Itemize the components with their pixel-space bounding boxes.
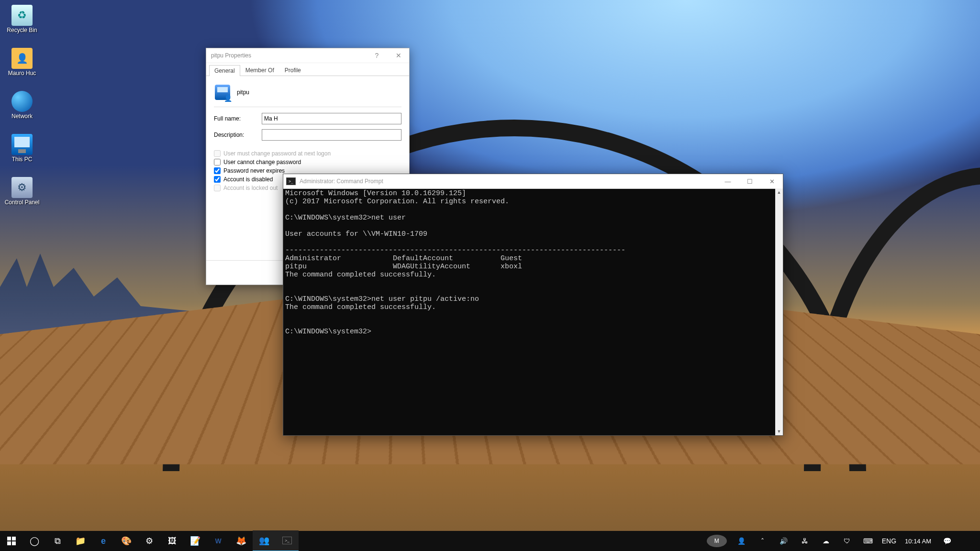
user-account-icon [215, 85, 230, 100]
check-password-never-expires[interactable]: Password never expires [214, 167, 401, 174]
taskbar-file-explorer[interactable]: 📁 [69, 531, 92, 551]
tray-keyboard-icon[interactable]: ⌨ [858, 531, 878, 551]
help-button[interactable]: ? [366, 48, 388, 63]
desktop-icon-label: Mauro Huc [8, 70, 36, 77]
tab-general[interactable]: General [209, 65, 240, 76]
start-button[interactable] [0, 531, 23, 551]
taskbar-local-users[interactable]: 👥 [253, 530, 276, 551]
tray-action-center-icon[interactable]: 💬 [937, 531, 957, 551]
description-input[interactable] [262, 129, 401, 141]
tray-user-icon[interactable]: M [707, 535, 727, 547]
taskbar-settings[interactable]: ⚙ [138, 531, 161, 551]
desktop-icons: Recycle Bin Mauro Huc Network This PC Co… [4, 5, 40, 206]
check-label: User cannot change password [223, 159, 301, 165]
user-folder-icon [11, 48, 33, 69]
taskbar[interactable]: ◯ ⧉ 📁 e 🎨 ⚙ 🖼 📝 W 🦊 👥 >_ M 👤 ˄ 🔊 🖧 ☁ 🛡 ⌨… [0, 531, 980, 551]
description-label: Description: [214, 132, 262, 138]
checkbox-account-locked-out [214, 185, 221, 191]
desktop-icon-user-folder[interactable]: Mauro Huc [4, 48, 40, 77]
command-prompt-icon [286, 177, 296, 185]
tray-onedrive-icon[interactable]: ☁ [816, 531, 836, 551]
taskbar-command-prompt[interactable]: >_ [276, 530, 299, 551]
control-panel-icon [11, 177, 33, 198]
show-desktop-button[interactable] [958, 531, 978, 551]
tray-people-icon[interactable]: 👤 [732, 531, 752, 551]
checkbox-password-never-expires[interactable] [214, 167, 221, 174]
command-prompt-window[interactable]: Administrator: Command Prompt — ☐ ✕ Micr… [283, 174, 783, 436]
taskbar-firefox[interactable]: 🦊 [230, 531, 253, 551]
this-pc-icon [11, 134, 33, 155]
desktop-icon-label: This PC [12, 156, 33, 163]
system-tray: M 👤 ˄ 🔊 🖧 ☁ 🛡 ⌨ ENG 10:14 AM 💬 [707, 531, 980, 551]
dialog-titlebar[interactable]: pitpu Properties ? ✕ [206, 48, 409, 63]
taskbar-paint[interactable]: 🎨 [115, 531, 138, 551]
close-button[interactable]: ✕ [761, 174, 783, 188]
user-account-name: pitpu [237, 89, 249, 96]
desktop-icon-label: Recycle Bin [7, 27, 37, 33]
scrollbar[interactable]: ▲ ▼ [775, 188, 783, 435]
scroll-down-arrow[interactable]: ▼ [775, 428, 783, 435]
windows-logo-icon [7, 537, 16, 545]
check-label: Account is locked out [223, 185, 278, 191]
tray-clock[interactable]: 10:14 AM [900, 538, 936, 545]
desktop-icon-recycle-bin[interactable]: Recycle Bin [4, 5, 40, 33]
full-name-label: Full name: [214, 115, 262, 122]
full-name-input[interactable] [262, 113, 401, 124]
cmd-title: Administrator: Command Prompt [300, 178, 383, 185]
desktop-icon-network[interactable]: Network [4, 91, 40, 120]
taskbar-notepad[interactable]: 📝 [184, 531, 207, 551]
dialog-title: pitpu Properties [211, 52, 251, 59]
check-label: Password never expires [223, 167, 285, 174]
minimize-button[interactable]: — [717, 174, 739, 188]
close-button[interactable]: ✕ [388, 48, 409, 63]
tray-security-icon[interactable]: 🛡 [837, 531, 857, 551]
taskbar-photos[interactable]: 🖼 [161, 531, 184, 551]
scroll-up-arrow[interactable]: ▲ [775, 188, 783, 196]
check-label: Account is disabled [223, 176, 273, 183]
taskbar-word[interactable]: W [207, 531, 230, 551]
network-icon [11, 91, 33, 112]
check-cannot-change-password[interactable]: User cannot change password [214, 159, 401, 165]
checkbox-account-disabled[interactable] [214, 176, 221, 183]
checkbox-cannot-change-password[interactable] [214, 159, 221, 165]
taskbar-edge[interactable]: e [92, 531, 115, 551]
desktop[interactable]: Recycle Bin Mauro Huc Network This PC Co… [0, 0, 980, 551]
desktop-icon-label: Control Panel [5, 199, 40, 206]
dialog-tabs: General Member Of Profile [206, 63, 409, 76]
tab-member-of[interactable]: Member Of [240, 65, 279, 76]
tray-volume-icon[interactable]: 🔊 [774, 531, 794, 551]
tray-language[interactable]: ENG [879, 531, 899, 551]
tab-profile[interactable]: Profile [279, 65, 306, 76]
desktop-icon-control-panel[interactable]: Control Panel [4, 177, 40, 206]
cortana-button[interactable]: ◯ [23, 531, 46, 551]
task-view-button[interactable]: ⧉ [46, 531, 69, 551]
maximize-button[interactable]: ☐ [739, 174, 761, 188]
terminal-output[interactable]: Microsoft Windows [Version 10.0.16299.12… [283, 188, 775, 435]
desktop-icon-this-pc[interactable]: This PC [4, 134, 40, 163]
recycle-bin-icon [11, 5, 33, 26]
check-label: User must change password at next logon [223, 150, 331, 157]
check-must-change-password: User must change password at next logon [214, 150, 401, 157]
tray-network-icon[interactable]: 🖧 [795, 531, 815, 551]
desktop-icon-label: Network [11, 113, 33, 120]
checkbox-must-change-password [214, 150, 221, 157]
tray-overflow-icon[interactable]: ˄ [753, 531, 773, 551]
cmd-titlebar[interactable]: Administrator: Command Prompt — ☐ ✕ [283, 174, 783, 189]
